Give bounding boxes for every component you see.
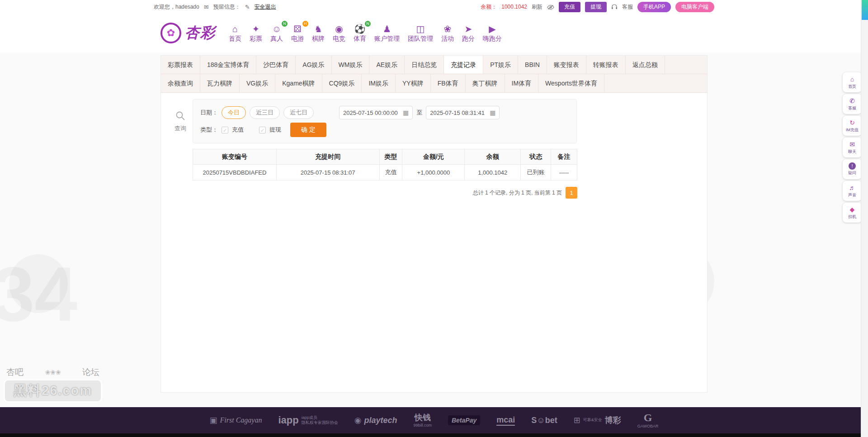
nav-item-egames[interactable]: H ⚄ 电游 [288, 21, 307, 45]
footer-logo-iapp: iapp iapp成员 隐私权专家国际协会 [278, 414, 338, 426]
calendar-icon[interactable]: ▦ [403, 109, 409, 116]
side-btn-im-recharge[interactable]: ↻ IM充值 [843, 116, 862, 136]
query-block: 查询 [168, 99, 193, 143]
eye-off-icon[interactable] [547, 4, 554, 10]
side-btn-service[interactable]: ✆ 客服 [843, 94, 862, 114]
mail-icon[interactable]: ✉ [204, 4, 209, 10]
recharge-button[interactable]: 充值 [559, 2, 580, 12]
flower-ornament: ❀❀❀ [45, 369, 61, 376]
tab-cq9[interactable]: CQ9娱乐 [322, 74, 362, 92]
tab-rebate-total[interactable]: 返点总额 [626, 56, 665, 74]
th-time: 充提时间 [276, 149, 379, 165]
nav-item-live[interactable]: N ☺ 真人 [267, 21, 286, 45]
cell-amount: +1,000.0000 [402, 165, 465, 180]
tab-wm[interactable]: WM娱乐 [332, 56, 370, 74]
tab-im-sports[interactable]: IM体育 [505, 74, 539, 92]
team-icon: ◫ [408, 23, 433, 35]
nav-item-sports[interactable]: N ⚽ 体育 [350, 21, 369, 45]
tab-pt[interactable]: PT娱乐 [483, 56, 518, 74]
to-label: 至 [416, 109, 422, 117]
tab-daily-summary[interactable]: 日结总览 [405, 56, 444, 74]
cell-status: 已到账 [521, 165, 551, 180]
report-card: 彩票报表 188金宝博体育 沙巴体育 AG娱乐 WM娱乐 AE娱乐 日结总览 充… [160, 55, 708, 393]
side-btn-home[interactable]: ⌂ 首页 [843, 72, 862, 92]
reserved-info-label: 预留信息： [213, 3, 241, 11]
tab-saba-sports[interactable]: 沙巴体育 [256, 56, 296, 74]
footer-logo-bocai: ⊞ 可靠&安全 博彩 [574, 415, 621, 426]
playtech-icon: ◉ [354, 415, 362, 425]
tab-ag[interactable]: AG娱乐 [296, 56, 331, 74]
brand-logo[interactable]: ✿ 杏彩 [160, 23, 216, 43]
th-balance: 余额 [465, 149, 521, 165]
logout-link[interactable]: 安全退出 [255, 3, 276, 11]
tab-ae[interactable]: AE娱乐 [369, 56, 405, 74]
lock-icon: ⊞ [574, 415, 580, 425]
service-link[interactable]: 客服 [622, 3, 633, 11]
tab-188bet-sports[interactable]: 188金宝博体育 [200, 56, 256, 74]
nav-item-lottery[interactable]: ✦ 彩票 [246, 21, 265, 45]
pc-client-button[interactable]: 电脑客户端 [675, 2, 714, 12]
nav-item-chess[interactable]: ♞ 棋牌 [309, 21, 328, 45]
tab-fb-sports[interactable]: FB体育 [431, 74, 466, 92]
hot-badge: H [302, 21, 308, 27]
tab-bbin[interactable]: BBIN [518, 56, 547, 74]
tab-vg[interactable]: VG娱乐 [240, 74, 275, 92]
tab-balance-query[interactable]: 余额查询 [161, 74, 200, 92]
bottom-strip [0, 433, 868, 437]
date-to-field: ▦ [426, 106, 500, 119]
bg-decor-ball [9, 254, 68, 313]
withdraw-button[interactable]: 提现 [585, 2, 607, 12]
mute-icon: ♬ [849, 184, 855, 192]
records-table: 账变编号 充提时间 类型 金额/元 余额 状态 备注 20250715VBDBD… [193, 149, 577, 180]
nav-item-account[interactable]: ♟ 账户管理 [371, 21, 403, 45]
refresh-button[interactable]: 刷新 [532, 3, 542, 11]
page-body: 34 26 彩票报表 188金宝博体育 沙巴体育 AG娱乐 WM娱乐 AE娱乐 … [0, 55, 868, 410]
side-btn-question[interactable]: ! 疑问 [843, 159, 862, 179]
quick-today-button[interactable]: 今日 [222, 106, 246, 119]
tab-account-change-report[interactable]: 账变报表 [547, 56, 586, 74]
tab-aoding-chess[interactable]: 奥丁棋牌 [466, 74, 505, 92]
tab-im-entertainment[interactable]: IM娱乐 [362, 74, 396, 92]
tab-transfer-report[interactable]: 转账报表 [586, 56, 626, 74]
edit-icon[interactable]: ✎ [245, 4, 250, 10]
nav-item-activity[interactable]: ❀ 活动 [438, 21, 457, 45]
side-btn-hangup[interactable]: ◆ 挂机 [843, 203, 862, 223]
th-type: 类型 [379, 149, 402, 165]
home-icon: ⌂ [229, 23, 241, 35]
side-btn-sound[interactable]: ♬ 声音 [843, 181, 862, 201]
confirm-button[interactable]: 确 定 [290, 123, 326, 137]
lottery-icon: ✦ [250, 23, 262, 35]
brand-name: 杏彩 [185, 23, 216, 43]
withdraw-checkbox[interactable]: ✓ [259, 127, 266, 133]
date-from-input[interactable] [343, 109, 400, 116]
tab-wali-chess[interactable]: 瓦力棋牌 [200, 74, 240, 92]
scrollbar-thumb[interactable] [862, 0, 868, 20]
search-icon [175, 110, 186, 123]
nav-item-home[interactable]: ⌂ 首页 [226, 21, 245, 45]
type-label: 类型： [200, 126, 218, 134]
recharge-checkbox[interactable]: ✓ [222, 127, 228, 133]
watermark-box-text: 黑料26.com [4, 379, 102, 403]
calendar-icon[interactable]: ▦ [490, 109, 495, 116]
tab-lottery-report[interactable]: 彩票报表 [161, 56, 200, 74]
tab-kgame[interactable]: Kgame棋牌 [275, 74, 322, 92]
report-tabs: 彩票报表 188金宝博体育 沙巴体育 AG娱乐 WM娱乐 AE娱乐 日结总览 充… [161, 56, 707, 93]
date-to-input[interactable] [430, 109, 487, 116]
nav-item-team[interactable]: ◫ 团队管理 [405, 21, 436, 45]
seal-icon: ▣ [210, 415, 217, 425]
scrollbar-track[interactable] [861, 0, 868, 437]
nav-item-paofen[interactable]: ➤ 跑分 [459, 21, 478, 45]
balance-label: 余额： [481, 3, 497, 11]
mobile-app-button[interactable]: 手机APP [637, 2, 671, 12]
cell-account-change-id: 20250715VBDBDIAFED [193, 165, 277, 180]
tab-yy-chess[interactable]: YY棋牌 [396, 74, 431, 92]
page-1-button[interactable]: 1 [566, 187, 577, 199]
tab-wesports[interactable]: Wesports世界体育 [538, 74, 604, 92]
nav-item-hi-paofen[interactable]: ▶ 嗨跑分 [480, 21, 505, 45]
tab-recharge-withdraw-records[interactable]: 充提记录 [444, 56, 483, 74]
side-btn-chat[interactable]: ✉ 聊天 [843, 138, 862, 157]
th-account-change-id: 账变编号 [193, 149, 277, 165]
nav-item-esports[interactable]: ◉ 电竞 [330, 21, 349, 45]
quick-3days-button[interactable]: 近三日 [250, 106, 280, 119]
quick-7days-button[interactable]: 近七日 [283, 106, 314, 119]
